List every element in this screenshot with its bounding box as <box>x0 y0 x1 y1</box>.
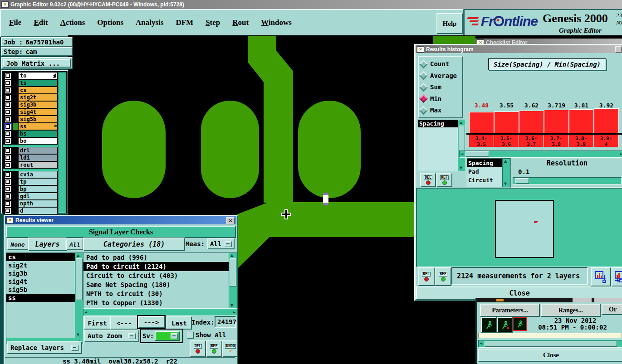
resolution-slider[interactable] <box>513 177 622 184</box>
layer-name[interactable]: sig4t <box>18 108 58 116</box>
layer-checkbox[interactable] <box>5 138 11 144</box>
layer-name[interactable]: tp <box>18 178 58 185</box>
layer-row-rout[interactable]: rout <box>3 161 58 169</box>
layer-checkbox[interactable] <box>5 194 11 199</box>
layer-row-ts[interactable]: ts <box>3 79 58 87</box>
help-button[interactable]: Help <box>436 13 463 34</box>
layer-row-d[interactable]: d <box>3 207 58 214</box>
chart-bar[interactable] <box>544 110 569 133</box>
layer-checkbox[interactable] <box>5 208 11 214</box>
chart-bar[interactable] <box>594 108 619 133</box>
layer-checkbox[interactable] <box>5 131 11 137</box>
viewer-layer-sig5b[interactable]: sig5b <box>6 286 75 294</box>
layer-checkbox[interactable] <box>5 155 11 161</box>
viewer-title-bar[interactable]: ✕ Results viewer ✕ <box>5 216 236 224</box>
menu-item-file[interactable]: File <box>9 18 21 27</box>
histogram-title-bar[interactable]: ✕ Results histogram <box>416 45 622 53</box>
viewer-category-item[interactable]: PTH to Copper (1330) <box>83 298 229 307</box>
menu-item-options[interactable]: Options <box>97 18 123 27</box>
layer-row-cs[interactable]: cs <box>3 87 58 94</box>
measure-type-item[interactable]: Circuit <box>467 176 503 184</box>
measure-type-item[interactable]: Pad <box>467 167 503 176</box>
layer-name[interactable]: bp <box>18 185 58 193</box>
layer-name[interactable]: npth <box>18 200 58 207</box>
menu-item-edit[interactable]: Edit <box>34 18 48 27</box>
stat-radio-average[interactable]: Average <box>421 71 460 81</box>
layer-name[interactable]: rout <box>18 161 58 169</box>
layer-row-ss[interactable]: ss⊞ <box>3 123 58 130</box>
layer-name[interactable]: gdl <box>18 193 58 200</box>
checklist-close-button[interactable]: Close <box>478 349 622 362</box>
stat-radio-sum[interactable]: Sum <box>421 82 460 92</box>
layer-name[interactable]: bo <box>18 137 58 145</box>
preview-del-button[interactable]: DEL <box>418 267 435 286</box>
measure-list-item[interactable]: Spacing <box>418 120 458 127</box>
viewer-category-item[interactable]: Circuit to circuit (403) <box>83 271 229 280</box>
layer-name[interactable]: to <box>18 72 58 79</box>
menu-item-dfm[interactable]: DFM <box>176 18 193 27</box>
layer-checkbox[interactable] <box>5 116 11 122</box>
resolution-slider-handle[interactable] <box>515 178 529 184</box>
layer-row-drl[interactable]: drl <box>3 147 58 154</box>
sv-color-dropdown[interactable] <box>155 331 180 341</box>
first-button[interactable]: First <box>84 316 111 330</box>
menu-item-rout[interactable]: Rout <box>232 18 249 27</box>
layer-checkbox[interactable] <box>5 80 11 86</box>
replace-layers-dropdown[interactable]: Replace layers <box>7 341 82 354</box>
layer-row-sig3b[interactable]: sig3b <box>3 101 58 108</box>
menu-item-actions[interactable]: Actions <box>60 18 85 27</box>
layer-checkbox[interactable] <box>5 87 11 93</box>
layer-name[interactable]: ts <box>18 79 58 87</box>
measure-type-scrollbar[interactable]: ▲ ▼ <box>502 158 510 187</box>
viewer-layers-scrollbar[interactable]: ▲ ▼ <box>75 252 83 338</box>
run-action-button[interactable] <box>481 317 497 333</box>
viewer-layer-ss[interactable]: ss <box>6 294 75 302</box>
auto-zoom-dropdown[interactable]: Auto Zoom <box>84 330 139 342</box>
chart-bar[interactable] <box>519 111 544 133</box>
layer-checkbox[interactable] <box>5 73 11 79</box>
layer-checkbox[interactable] <box>5 109 11 115</box>
viewer-category-item[interactable]: NPTH to circuit (30) <box>83 289 229 298</box>
viewer-category-item[interactable]: Pad to pad (996) <box>83 253 229 262</box>
viewer-close-icon[interactable]: ✕ <box>226 217 235 224</box>
import-histogram-button[interactable] <box>612 267 622 286</box>
layer-row-cvia[interactable]: cvia <box>3 171 58 178</box>
viewer-layer-sig4t[interactable]: sig4t <box>6 277 75 286</box>
order-button-clipped[interactable]: Or <box>602 304 622 315</box>
chart-h-scrollbar[interactable]: ◄ ► <box>459 150 622 158</box>
histogram-titlebar-button[interactable] <box>615 46 622 53</box>
layer-name[interactable]: drl <box>18 147 58 154</box>
layer-name[interactable]: sig3b <box>18 101 58 108</box>
layer-row-sig2t[interactable]: sig2t <box>3 94 58 101</box>
stat-radio-count[interactable]: Count <box>421 59 460 69</box>
chart-bar[interactable] <box>469 112 494 133</box>
job-matrix-button[interactable]: Job Matrix ... <box>3 59 71 68</box>
viewer-ref-button[interactable]: REF <box>206 340 222 357</box>
parameters-button[interactable]: Parameters... <box>480 304 540 317</box>
stat-radio-max[interactable]: Max <box>421 105 460 115</box>
last-button[interactable]: Last <box>167 316 192 330</box>
meas-dropdown[interactable]: All <box>207 238 235 249</box>
preview-ref-button[interactable]: REF <box>435 267 451 286</box>
viewer-categories-scrollbar[interactable]: ▲ ▼ <box>229 252 237 309</box>
layer-checkbox[interactable] <box>5 148 11 154</box>
prev-button[interactable]: <--- <box>110 316 138 330</box>
layer-checkbox[interactable] <box>5 201 11 207</box>
layer-name[interactable]: cs <box>18 87 58 94</box>
layer-checkbox[interactable] <box>5 102 11 108</box>
layer-row-sig5b[interactable]: sig5b <box>3 116 58 123</box>
layer-row-ldi[interactable]: ldi <box>3 154 58 161</box>
layer-checkbox[interactable] <box>5 186 11 192</box>
chart-bar[interactable] <box>494 112 519 133</box>
layer-name[interactable]: sig5b <box>18 116 58 123</box>
viewer-category-item[interactable]: Pad to circuit (2124) <box>83 262 229 271</box>
layer-name[interactable]: d <box>18 207 58 214</box>
layer-name[interactable]: bs <box>18 130 58 137</box>
viewer-layer-cs[interactable]: cs <box>6 253 75 261</box>
histogram-ref-button[interactable]: REF <box>436 173 452 187</box>
app-title-bar[interactable]: ✕ Graphic Editor 9.02c2 (00@HY-HYCAM-PC0… <box>0 0 622 9</box>
layer-list-scrollbar[interactable] <box>58 72 66 213</box>
layer-row-bs[interactable]: bs <box>3 130 58 137</box>
select-none-button[interactable]: None <box>7 238 29 250</box>
layer-name[interactable]: ss⊞ <box>18 123 58 130</box>
